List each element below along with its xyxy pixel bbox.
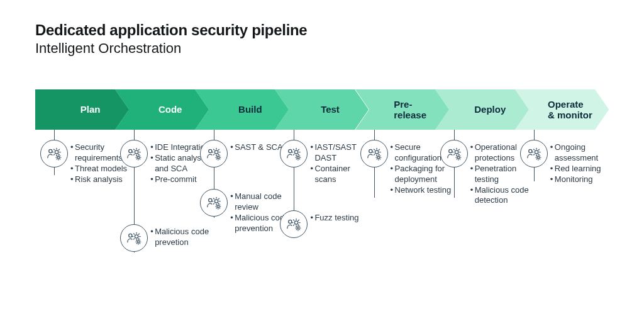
bullet-icon: • xyxy=(310,213,314,224)
svg-point-24 xyxy=(448,149,452,152)
bullet-icon: • xyxy=(550,142,555,153)
person-gear-icon xyxy=(120,224,148,252)
list-item: •Malicious code prevetion xyxy=(150,227,212,248)
list-item-label: Risk analysis xyxy=(75,174,123,185)
person-gear-icon xyxy=(120,140,148,168)
pipeline-columns: •Security requirements•Threat models•Ris… xyxy=(35,130,609,300)
svg-point-26 xyxy=(457,156,459,158)
stage-label: Pre- release xyxy=(394,99,426,121)
bullet-icon: • xyxy=(70,174,75,185)
list-item: •Pre-commit xyxy=(150,174,212,185)
stage-label: Plan xyxy=(80,104,101,115)
svg-point-14 xyxy=(217,205,219,207)
svg-point-1 xyxy=(55,150,58,154)
list-item: •Threat models xyxy=(70,164,128,174)
person-gear-icon xyxy=(280,140,308,168)
activity-list: •Security requirements•Threat models•Ris… xyxy=(70,142,128,185)
bullet-icon: • xyxy=(70,164,75,174)
stage-label: Build xyxy=(238,104,262,115)
svg-point-27 xyxy=(529,149,532,152)
person-gear-icon xyxy=(200,140,228,168)
svg-point-12 xyxy=(209,198,212,202)
person-gear-icon xyxy=(440,140,468,168)
activity-list: •Fuzz testing xyxy=(310,213,360,224)
svg-point-17 xyxy=(297,156,299,158)
bullet-icon: • xyxy=(470,185,475,196)
list-item-label: Packaging for deployment xyxy=(395,164,453,185)
stage-operate-monitor: Operate & monitor xyxy=(515,89,609,130)
list-item-label: Penetration testing xyxy=(475,164,536,185)
svg-point-16 xyxy=(295,150,298,154)
bullet-icon: • xyxy=(550,174,555,185)
list-item: •IAST/SAST DAST xyxy=(310,142,360,164)
list-item: •Ongoing assessment xyxy=(550,142,608,164)
bullet-icon: • xyxy=(150,153,155,164)
svg-point-15 xyxy=(289,149,292,152)
svg-point-5 xyxy=(137,156,139,158)
bullet-icon: • xyxy=(470,164,475,174)
svg-point-3 xyxy=(129,149,132,152)
bullet-icon: • xyxy=(391,185,395,196)
list-item-label: Malicious code prevetion xyxy=(155,227,212,248)
svg-point-11 xyxy=(217,156,219,158)
svg-point-22 xyxy=(375,150,378,154)
activity-list: •Ongoing assessment•Red learning•Monitor… xyxy=(550,142,608,185)
diagram-subtitle: Intelligent Orchestration xyxy=(35,40,307,57)
svg-point-10 xyxy=(215,150,218,154)
person-gear-icon xyxy=(360,140,388,168)
list-item: •Packaging for deployment xyxy=(391,164,453,185)
svg-point-7 xyxy=(135,235,138,238)
svg-point-20 xyxy=(297,227,299,229)
svg-point-28 xyxy=(535,150,538,154)
svg-point-25 xyxy=(455,150,458,154)
stage-label: Code xyxy=(158,104,182,115)
list-item-label: Network testing xyxy=(395,185,452,196)
list-item: •Network testing xyxy=(391,185,453,196)
list-item-label: Manual code review xyxy=(235,191,293,213)
person-gear-icon xyxy=(200,189,228,217)
bullet-icon: • xyxy=(230,191,235,202)
svg-point-9 xyxy=(209,149,212,152)
svg-point-19 xyxy=(295,221,298,224)
bullet-icon: • xyxy=(150,227,155,237)
list-item-label: SAST & SCA xyxy=(235,142,282,153)
list-item-label: Threat models xyxy=(75,164,127,174)
list-item-label: Fuzz testing xyxy=(314,213,358,224)
svg-point-0 xyxy=(49,149,52,152)
diagram-title: Dedicated application security pipeline xyxy=(35,21,307,39)
svg-point-21 xyxy=(369,149,372,152)
bullet-icon: • xyxy=(391,142,395,153)
title-block: Dedicated application security pipeline … xyxy=(35,21,307,57)
svg-point-29 xyxy=(537,156,539,158)
svg-point-18 xyxy=(289,220,292,223)
list-item: •Manual code review xyxy=(230,191,293,213)
stage-label: Deploy xyxy=(474,104,506,115)
list-item-label: Container scans xyxy=(314,164,360,185)
person-gear-icon xyxy=(40,140,68,168)
list-item-label: Monitoring xyxy=(555,174,593,185)
svg-point-4 xyxy=(135,150,138,154)
bullet-icon: • xyxy=(550,164,555,174)
bullet-icon: • xyxy=(391,164,395,174)
svg-point-13 xyxy=(215,200,218,203)
list-item: •Malicious code detection xyxy=(470,185,536,207)
list-item-label: Ongoing assessment xyxy=(555,142,608,164)
bullet-icon: • xyxy=(230,213,235,224)
svg-point-6 xyxy=(129,234,132,237)
bullet-icon: • xyxy=(230,142,235,153)
person-gear-icon xyxy=(280,210,308,238)
list-item: •Risk analysis xyxy=(70,174,128,185)
list-item-label: IAST/SAST DAST xyxy=(314,142,360,164)
list-item-label: Red learning xyxy=(555,164,601,174)
bullet-icon: • xyxy=(150,142,155,153)
list-item: •Fuzz testing xyxy=(310,213,360,224)
svg-point-2 xyxy=(57,156,59,158)
bullet-icon: • xyxy=(470,142,475,153)
bullet-icon: • xyxy=(150,174,155,185)
bullet-icon: • xyxy=(310,164,314,174)
person-gear-icon xyxy=(520,140,548,168)
svg-point-8 xyxy=(137,241,139,242)
list-item: •Penetration testing xyxy=(470,164,536,185)
stage-label: Test xyxy=(321,104,340,115)
activity-list: •Malicious code prevetion xyxy=(150,227,212,248)
